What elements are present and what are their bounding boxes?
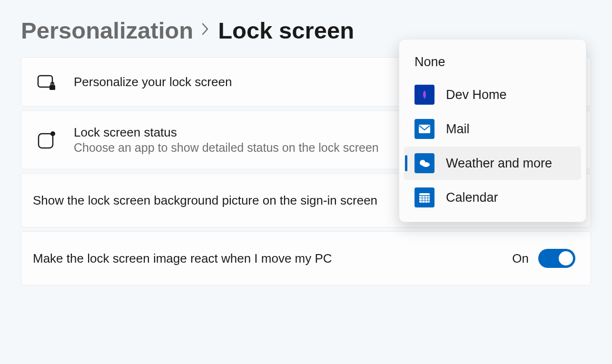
chevron-right-icon: [201, 20, 210, 40]
dropdown-label: Dev Home: [446, 88, 507, 102]
badge-app-icon: [37, 130, 57, 150]
breadcrumb-current: Lock screen: [218, 17, 354, 44]
toggle-state-label: On: [512, 251, 529, 266]
svg-point-3: [50, 131, 55, 136]
dropdown-label: Mail: [446, 122, 470, 137]
dropdown-item-dev-home[interactable]: Dev Home: [404, 78, 581, 111]
dropdown-label: None: [415, 55, 445, 69]
dev-home-icon: [415, 85, 434, 105]
breadcrumb-parent[interactable]: Personalization: [21, 17, 193, 44]
dropdown-item-calendar[interactable]: Calendar: [404, 181, 581, 214]
dropdown-label: Weather and more: [446, 156, 552, 171]
lock-screen-icon: [37, 72, 57, 92]
weather-icon: [415, 153, 434, 173]
toggle-knob: [559, 251, 573, 266]
status-app-dropdown: None Dev Home Mail Weather and more Cale…: [399, 39, 586, 222]
dropdown-label: Calendar: [446, 190, 498, 205]
dropdown-item-weather[interactable]: Weather and more: [404, 147, 581, 180]
dropdown-item-mail[interactable]: Mail: [404, 112, 581, 146]
svg-rect-4: [419, 125, 430, 133]
toggle-react-move[interactable]: [538, 249, 575, 268]
dropdown-item-none[interactable]: None: [404, 45, 581, 77]
setting-title: Make the lock screen image react when I …: [33, 251, 495, 266]
mail-icon: [415, 119, 434, 139]
svg-rect-1: [49, 85, 55, 90]
svg-point-6: [422, 162, 430, 167]
setting-react-move: Make the lock screen image react when I …: [21, 231, 591, 285]
calendar-icon: [415, 187, 434, 207]
svg-rect-2: [39, 134, 53, 148]
